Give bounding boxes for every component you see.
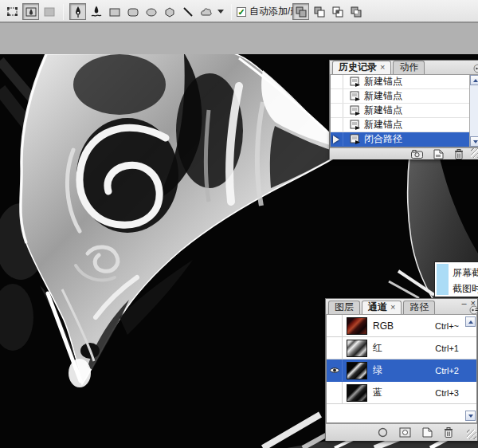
channels-scrollbar[interactable] xyxy=(465,315,476,422)
tab-layers[interactable]: 图层 xyxy=(328,301,360,314)
history-state-icon xyxy=(350,134,361,144)
visibility-toggle[interactable] xyxy=(327,315,343,336)
photoshop-window: ✓ 自动添加/删除 xyxy=(0,0,478,448)
history-state-icon xyxy=(350,120,361,130)
new-snapshot-camera-icon[interactable] xyxy=(411,150,423,159)
tab-actions-label: 动作 xyxy=(399,61,418,73)
tab-history[interactable]: 历史记录× xyxy=(332,61,391,74)
channels-bottom-bar xyxy=(326,423,477,441)
add-shape-area-icon[interactable] xyxy=(292,3,309,20)
fill-pixels-icon[interactable] xyxy=(41,3,57,20)
history-state-label: 新建锚点 xyxy=(364,104,402,117)
popup-line[interactable]: 截图时 xyxy=(453,282,478,296)
trash-icon[interactable] xyxy=(454,149,464,159)
history-row[interactable]: 新建锚点 xyxy=(331,118,478,132)
history-row[interactable]: 新建锚点 xyxy=(331,89,478,104)
tab-paths-label: 路径 xyxy=(409,301,429,312)
tab-actions[interactable]: 动作 xyxy=(393,61,425,74)
tab-close-icon[interactable]: × xyxy=(390,302,395,312)
popup-menu-gutter xyxy=(437,264,449,295)
channel-row-red[interactable]: 红 Ctrl+1 xyxy=(327,337,476,360)
eye-icon xyxy=(329,367,340,374)
screenshot-tool-popup: 屏幕截 截图时 xyxy=(434,261,478,297)
freeform-pen-tool-icon[interactable] xyxy=(88,3,104,20)
resize-grip[interactable] xyxy=(471,148,478,158)
visibility-toggle[interactable] xyxy=(327,360,343,381)
history-row[interactable]: 新建锚点 xyxy=(331,75,478,89)
popup-line[interactable]: 屏幕截 xyxy=(453,266,478,280)
separator xyxy=(63,4,64,20)
intersect-shape-area-icon[interactable] xyxy=(329,3,346,20)
scroll-down-icon[interactable] xyxy=(465,411,476,421)
exclude-shape-area-icon[interactable] xyxy=(347,3,364,20)
subtract-shape-area-icon[interactable] xyxy=(311,3,327,20)
history-brush-source-box[interactable] xyxy=(331,104,343,117)
channel-thumbnail[interactable] xyxy=(347,317,367,335)
tool-options-bar: ✓ 自动添加/删除 xyxy=(0,0,478,23)
tab-paths[interactable]: 路径 xyxy=(403,301,435,314)
tab-history-label: 历史记录 xyxy=(339,61,377,73)
current-state-arrow-icon xyxy=(333,136,339,143)
channel-thumbnail[interactable] xyxy=(347,384,367,402)
load-channel-selection-icon[interactable] xyxy=(378,427,388,438)
history-tabbar: 历史记录× 动作 – xyxy=(330,61,478,75)
custom-shape-tool-icon[interactable] xyxy=(198,3,214,20)
scroll-up-icon[interactable] xyxy=(470,75,478,85)
channel-name: RGB xyxy=(373,320,435,332)
new-channel-icon[interactable] xyxy=(422,427,433,438)
history-state-icon xyxy=(350,77,361,87)
pen-tool-icon[interactable] xyxy=(69,3,86,20)
panel-menu-icon[interactable] xyxy=(469,305,478,315)
save-selection-as-channel-icon[interactable] xyxy=(399,427,411,438)
line-tool-icon[interactable] xyxy=(179,3,196,20)
channels-tabbar: 图层 通道× 路径 – × xyxy=(326,299,477,315)
channel-name: 绿 xyxy=(373,364,435,377)
tab-layers-label: 图层 xyxy=(335,301,354,312)
channel-thumbnail[interactable] xyxy=(347,362,367,379)
history-brush-source-box[interactable] xyxy=(331,118,343,132)
ellipse-tool-icon[interactable] xyxy=(143,3,159,20)
history-scrollbar[interactable] xyxy=(469,75,478,147)
channel-thumbnail[interactable] xyxy=(347,340,367,357)
history-brush-source-box[interactable] xyxy=(331,75,343,88)
channel-row-green[interactable]: 绿 Ctrl+2 xyxy=(327,360,476,382)
rounded-rectangle-tool-icon[interactable] xyxy=(124,3,141,20)
history-row[interactable]: 新建锚点 xyxy=(331,104,478,118)
channel-name: 红 xyxy=(373,341,435,355)
channel-row-blue[interactable]: 蓝 Ctrl+3 xyxy=(327,382,476,404)
shape-layers-icon[interactable] xyxy=(4,3,21,20)
panel-menu-icon[interactable] xyxy=(473,64,478,73)
channel-name: 蓝 xyxy=(373,386,435,399)
paths-mode-icon[interactable] xyxy=(22,3,39,20)
tab-channels[interactable]: 通道× xyxy=(362,301,402,314)
history-brush-source-box[interactable] xyxy=(331,132,343,146)
history-state-icon xyxy=(350,91,361,101)
history-state-label: 闭合路径 xyxy=(364,132,402,146)
visibility-toggle[interactable] xyxy=(327,382,343,403)
history-state-icon xyxy=(350,105,361,116)
visibility-toggle[interactable] xyxy=(327,337,343,359)
separator xyxy=(231,4,232,20)
channel-shortcut: Ctrl+1 xyxy=(435,344,459,353)
history-bottom-bar xyxy=(330,147,478,159)
scroll-up-icon[interactable] xyxy=(465,316,476,327)
history-list: 新建锚点 新建锚点 新建锚点 新建锚点 闭合路径 xyxy=(330,75,478,147)
channel-shortcut: Ctrl+2 xyxy=(435,366,459,375)
scroll-down-icon[interactable] xyxy=(470,136,478,147)
new-document-from-state-icon[interactable] xyxy=(433,149,444,159)
auto-add-delete-checkbox[interactable]: ✓ xyxy=(237,7,246,17)
resize-grip[interactable] xyxy=(467,430,476,439)
rectangle-tool-icon[interactable] xyxy=(106,3,123,20)
history-state-label: 新建锚点 xyxy=(364,118,402,132)
trash-icon[interactable] xyxy=(444,427,453,438)
tab-channels-label: 通道 xyxy=(368,301,387,312)
history-state-label: 新建锚点 xyxy=(364,75,402,88)
shape-dropdown-caret-icon[interactable] xyxy=(217,10,224,14)
history-brush-source-box[interactable] xyxy=(331,89,343,103)
minimize-icon[interactable]: – xyxy=(461,299,466,308)
channel-shortcut: Ctrl+~ xyxy=(435,321,459,331)
tab-close-icon[interactable]: × xyxy=(380,62,385,72)
polygon-tool-icon[interactable] xyxy=(161,3,178,20)
history-row-selected[interactable]: 闭合路径 xyxy=(331,132,478,147)
channel-row-rgb[interactable]: RGB Ctrl+~ xyxy=(327,315,476,337)
